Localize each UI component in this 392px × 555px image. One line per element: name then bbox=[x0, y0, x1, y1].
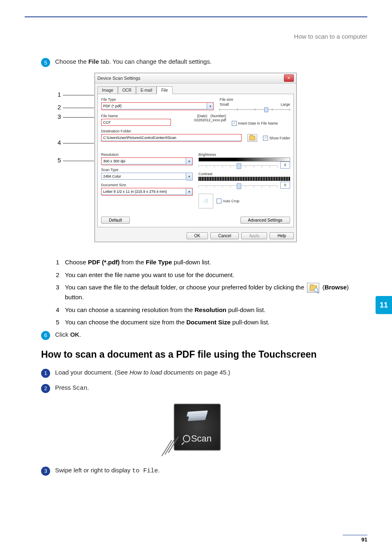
folder-icon bbox=[249, 136, 255, 140]
insert-date-label: Insert Date in File Name bbox=[238, 121, 278, 125]
file-name-preview: 02282012_xxxx.pdf bbox=[177, 118, 226, 122]
document-size-value[interactable] bbox=[101, 188, 186, 195]
instr-5: 5 You can choose the document size from … bbox=[56, 318, 353, 327]
destination-folder-label: Destination Folder bbox=[101, 129, 290, 133]
step-number-6: 6 bbox=[41, 331, 50, 340]
chevron-down-icon[interactable]: ▼ bbox=[186, 157, 193, 165]
file-size-large: Large bbox=[281, 102, 290, 106]
file-name-date-label: (Date) bbox=[197, 114, 207, 118]
dialog-tabs: Image OCR E-mail File bbox=[95, 83, 296, 94]
header-rule bbox=[25, 16, 367, 17]
browse-button[interactable] bbox=[247, 134, 257, 142]
scanner-icon bbox=[187, 411, 207, 423]
tab-file[interactable]: File bbox=[157, 86, 172, 94]
ts-step-3: 3 Swipe left or right to display to File… bbox=[41, 466, 353, 476]
advanced-settings-button[interactable]: Advanced Settings bbox=[240, 217, 290, 224]
insert-date-checkbox[interactable]: ✓Insert Date in File Name bbox=[232, 121, 278, 126]
step5-post: tab. You can change the default settings… bbox=[99, 58, 212, 65]
callout-4: 4 bbox=[58, 139, 61, 146]
ts-step-number-2: 2 bbox=[41, 384, 50, 393]
document-size-combo[interactable]: ▼ bbox=[101, 188, 193, 196]
auto-crop-checkbox[interactable]: Auto Crop bbox=[217, 199, 240, 204]
callout-3: 3 bbox=[58, 113, 61, 120]
document-size-label: Document Size bbox=[101, 183, 193, 187]
file-size-small: Small bbox=[219, 102, 229, 106]
scan-type-value[interactable] bbox=[101, 173, 186, 180]
auto-crop-label: Auto Crop bbox=[223, 199, 240, 203]
resolution-label: Resolution bbox=[101, 153, 193, 157]
contrast-value[interactable]: 0 bbox=[280, 182, 290, 189]
resolution-combo[interactable]: ▼ bbox=[101, 157, 193, 165]
device-scan-settings-dialog: Device Scan Settings ✕ Image OCR E-mail … bbox=[95, 73, 297, 242]
tap-gesture-icon bbox=[163, 434, 188, 459]
destination-folder-value[interactable] bbox=[101, 134, 242, 141]
page-number-rule bbox=[343, 535, 367, 535]
tab-email[interactable]: E-mail bbox=[136, 86, 157, 94]
step-6: 6 Click OK. bbox=[41, 331, 353, 340]
default-button[interactable]: Default bbox=[101, 217, 130, 224]
step-number-5: 5 bbox=[41, 58, 50, 67]
resolution-value[interactable] bbox=[101, 157, 186, 164]
file-name-number-label: (Number) bbox=[210, 114, 226, 118]
tab-image[interactable]: Image bbox=[97, 86, 118, 94]
show-folder-label: Show Folder bbox=[269, 136, 290, 140]
file-size-slider[interactable] bbox=[219, 108, 290, 111]
scan-touchscreen-icon: Scan bbox=[41, 404, 353, 452]
instr-2: 2 You can enter the file name you want t… bbox=[56, 271, 353, 280]
callout-column: 1 2 3 4 5 bbox=[58, 92, 94, 166]
file-type-value[interactable] bbox=[101, 102, 207, 109]
file-name-field[interactable] bbox=[101, 119, 171, 126]
breadcrumb: How to scan to a computer bbox=[294, 33, 367, 40]
section-title: How to scan a document as a PDF file usi… bbox=[41, 349, 353, 360]
ts-step-number-3: 3 bbox=[41, 467, 50, 476]
contrast-label: Contrast bbox=[198, 172, 290, 176]
ts2-code: Scan bbox=[73, 385, 88, 392]
contrast-slider[interactable]: 0 bbox=[198, 182, 290, 189]
chevron-down-icon[interactable]: ▼ bbox=[207, 102, 214, 110]
scan-icon-label: Scan bbox=[191, 433, 212, 444]
callout-5: 5 bbox=[58, 157, 61, 164]
instr-1-num: 1 bbox=[56, 258, 65, 267]
chevron-down-icon[interactable]: ▼ bbox=[186, 173, 193, 180]
step-5: 5 Choose the File tab. You can change th… bbox=[41, 58, 353, 67]
file-name-value[interactable] bbox=[101, 119, 171, 126]
instr-3: 3 You can save the file to the default f… bbox=[56, 283, 353, 302]
help-button[interactable]: Help bbox=[270, 232, 294, 239]
brightness-label: Brightness bbox=[198, 153, 290, 157]
show-folder-checkbox[interactable]: ✓Show Folder bbox=[263, 134, 290, 142]
callout-1: 1 bbox=[58, 91, 61, 98]
ts-step-1: 1 Load your document. (See How to load d… bbox=[41, 368, 353, 378]
brightness-value[interactable]: 0 bbox=[280, 162, 290, 169]
ts-step-number-1: 1 bbox=[41, 369, 50, 378]
page-number: 91 bbox=[362, 536, 367, 543]
dialog-illustration: 1 2 3 4 5 Device Scan Settings ✕ Image O… bbox=[41, 73, 353, 250]
callout-2: 2 bbox=[58, 104, 61, 111]
ts-step-2: 2 Press Scan. bbox=[41, 384, 353, 393]
ts1-link: How to load documents bbox=[129, 369, 194, 376]
scan-type-combo[interactable]: ▼ bbox=[101, 173, 193, 180]
ok-button[interactable]: OK bbox=[187, 232, 208, 239]
step5-bold: File bbox=[88, 58, 99, 65]
tab-ocr[interactable]: OCR bbox=[118, 86, 136, 94]
file-type-label: File Type bbox=[101, 97, 214, 102]
chapter-tab: 11 bbox=[376, 296, 392, 314]
close-icon[interactable]: ✕ bbox=[284, 74, 294, 82]
scan-type-label: Scan Type bbox=[101, 168, 193, 172]
ts3-code: to File bbox=[132, 467, 158, 474]
file-name-label: File Name bbox=[101, 114, 171, 118]
dialog-title: Device Scan Settings bbox=[97, 76, 141, 81]
file-size-label: File size bbox=[219, 97, 290, 102]
brightness-slider[interactable]: 0 bbox=[198, 162, 290, 169]
instr-1: 1 Choose PDF (*.pdf) from the File Type … bbox=[56, 258, 353, 267]
apply-button[interactable]: Apply bbox=[241, 232, 267, 239]
file-type-combo[interactable]: ▼ bbox=[101, 102, 214, 110]
browse-icon bbox=[307, 283, 319, 293]
chevron-down-icon[interactable]: ▼ bbox=[186, 188, 193, 196]
instr-4: 4 You can choose a scanning resolution f… bbox=[56, 305, 353, 315]
destination-folder-field[interactable] bbox=[101, 134, 242, 142]
cancel-button[interactable]: Cancel bbox=[210, 232, 239, 239]
step5-pre: Choose the bbox=[55, 58, 88, 65]
crop-preview-icon: 📄 bbox=[198, 194, 213, 208]
